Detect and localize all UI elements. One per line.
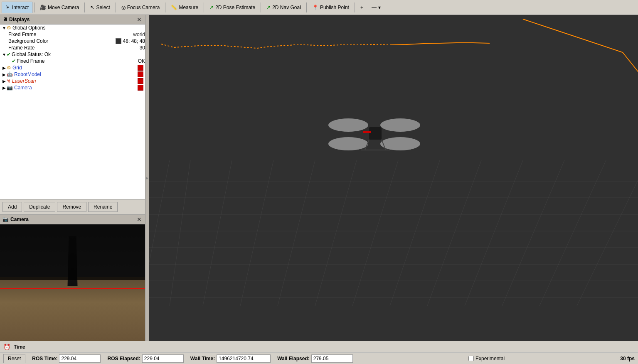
displays-close-button[interactable]: ✕ (136, 17, 143, 22)
bottom-row: Reset ROS Time: ROS Elapsed: Wall Time: … (0, 353, 638, 364)
publish-point-icon: 📍 (312, 5, 318, 10)
camera-panel-title: Camera (10, 216, 29, 222)
left-panel: 🖥 Displays ✕ ▼ ⚙ Global Options Fixed Fr… (0, 15, 145, 341)
toolbar-separator-1 (34, 2, 34, 12)
menu-icon: — (372, 5, 377, 10)
camera-checkbox[interactable] (138, 85, 143, 91)
publish-point-button[interactable]: 📍 Publish Point (308, 2, 353, 13)
camera-dark-overlay (0, 224, 145, 280)
menu-button[interactable]: — ▾ (368, 2, 384, 13)
camera-tree-icon: 📷 (7, 85, 13, 91)
nav-goal-button[interactable]: ↗ 2D Nav Goal (263, 2, 305, 13)
menu-arrow-icon: ▾ (378, 5, 381, 10)
global-options-item[interactable]: ▼ ⚙ Global Options (0, 25, 145, 31)
3d-grid (149, 15, 638, 341)
nav-goal-icon: ↗ (266, 5, 271, 10)
time-row: ⏰ Time (0, 341, 638, 353)
wall-elapsed-input[interactable] (311, 354, 353, 363)
remove-button[interactable]: Remove (57, 202, 86, 212)
global-options-arrow: ▼ (2, 26, 7, 30)
fixed-frame-item[interactable]: Fixed Frame world (0, 31, 145, 38)
fps-label: 30 fps (620, 356, 635, 362)
drone-body (369, 127, 382, 140)
reset-button[interactable]: Reset (3, 354, 25, 363)
robot-model-checkbox[interactable] (138, 71, 143, 77)
wall-time-label: Wall Time: (190, 356, 215, 362)
drone-prop-br (380, 137, 420, 150)
background-color-label: Background Color (8, 38, 116, 44)
drone-indicator (363, 131, 371, 133)
panel-buttons: Add Duplicate Remove Rename (0, 199, 145, 215)
fixed-frame-value: world (133, 32, 145, 37)
toolbar-separator-7 (306, 2, 307, 12)
ros-elapsed-input[interactable] (142, 354, 184, 363)
pose-estimate-button[interactable]: ↗ 2D Pose Estimate (206, 2, 259, 13)
fixed-frame-label: Fixed Frame (8, 32, 130, 37)
wall-elapsed-group: Wall Elapsed: (277, 354, 353, 363)
laser-scan-item[interactable]: ▶ ↯ LaserScan (0, 78, 145, 84)
properties-panel (0, 166, 145, 199)
measure-icon: 📏 (171, 5, 177, 10)
frame-rate-item[interactable]: Frame Rate 30 (0, 44, 145, 51)
robot-model-item[interactable]: ▶ 🤖 RobotModel (0, 71, 145, 78)
experimental-checkbox[interactable] (468, 356, 474, 361)
camera-panel-header: 📷 Camera ✕ (0, 215, 145, 224)
toolbar-separator-4 (165, 2, 165, 12)
duplicate-button[interactable]: Duplicate (24, 202, 55, 212)
toolbar: 🖱 Interact 🎥 Move Camera ↖ Select ◎ Focu… (0, 0, 638, 15)
background-color-value: 48; 48; 48 (123, 38, 145, 44)
toolbar-separator-8 (355, 2, 355, 12)
background-color-item[interactable]: Background Color 48; 48; 48 (0, 38, 145, 44)
global-status-item[interactable]: ▼ ✔ Global Status: Ok (0, 51, 145, 58)
grid-checkbox[interactable] (138, 65, 143, 71)
add-button[interactable]: Add (2, 202, 22, 212)
camera-panel: 📷 Camera ✕ (0, 215, 145, 341)
ros-time-input[interactable] (59, 354, 101, 363)
interact-button[interactable]: 🖱 Interact (2, 2, 32, 13)
move-camera-button[interactable]: 🎥 Move Camera (36, 2, 83, 13)
laser-scan-arrow: ▶ (2, 79, 7, 84)
grid-label: Grid (12, 65, 138, 71)
experimental-group: Experimental (468, 356, 505, 362)
grid-item[interactable]: ▶ ⚙ Grid (0, 64, 145, 71)
pose-estimate-icon: ↗ (209, 5, 214, 10)
camera-ground (0, 277, 145, 341)
grid-icon: ⚙ (7, 65, 11, 71)
global-status-label: Global Status: Ok (12, 52, 51, 57)
displays-panel-header: 🖥 Displays ✕ (0, 15, 145, 25)
add-toolbar-icon: + (360, 5, 363, 10)
camera-tree-label: Camera (14, 85, 138, 91)
camera-item[interactable]: ▶ 📷 Camera (0, 84, 145, 91)
rename-button[interactable]: Rename (88, 202, 118, 212)
add-toolbar-button[interactable]: + (357, 2, 367, 13)
ros-time-label: ROS Time: (32, 356, 57, 362)
toolbar-separator-2 (84, 2, 85, 12)
drone-prop-bl (328, 137, 368, 150)
displays-icon: 🖥 (2, 17, 7, 22)
displays-title: Displays (9, 17, 30, 22)
resize-handle[interactable] (145, 15, 149, 341)
measure-button[interactable]: 📏 Measure (167, 2, 202, 13)
toolbar-separator-5 (204, 2, 204, 12)
frame-rate-label: Frame Rate (8, 45, 140, 51)
ros-time-group: ROS Time: (32, 354, 101, 363)
laser-scan-checkbox[interactable] (138, 78, 143, 84)
status-bar: ⏰ Time Reset ROS Time: ROS Elapsed: Wall… (0, 341, 638, 364)
wall-time-input[interactable] (217, 354, 271, 363)
robot-model-arrow: ▶ (2, 72, 7, 77)
focus-camera-button[interactable]: ◎ Focus Camera (118, 2, 164, 13)
main-area: 🖥 Displays ✕ ▼ ⚙ Global Options Fixed Fr… (0, 15, 638, 341)
select-button[interactable]: ↖ Select (86, 2, 113, 13)
fixed-frame-status-item[interactable]: ✔ Fixed Frame OK (0, 58, 145, 64)
global-options-icon: ⚙ (7, 25, 11, 31)
wall-elapsed-label: Wall Elapsed: (277, 356, 310, 362)
3d-viewport[interactable] (149, 15, 638, 341)
select-icon: ↖ (90, 5, 94, 10)
grid-arrow: ▶ (2, 66, 7, 70)
laser-scan-icon: ↯ (7, 78, 11, 84)
camera-tree-arrow: ▶ (2, 86, 7, 90)
time-clock-icon: ⏰ (3, 344, 10, 350)
camera-close-button[interactable]: ✕ (136, 216, 143, 222)
robot-model-label: RobotModel (14, 71, 138, 77)
fixed-frame-status-checkmark: ✔ (12, 58, 16, 64)
